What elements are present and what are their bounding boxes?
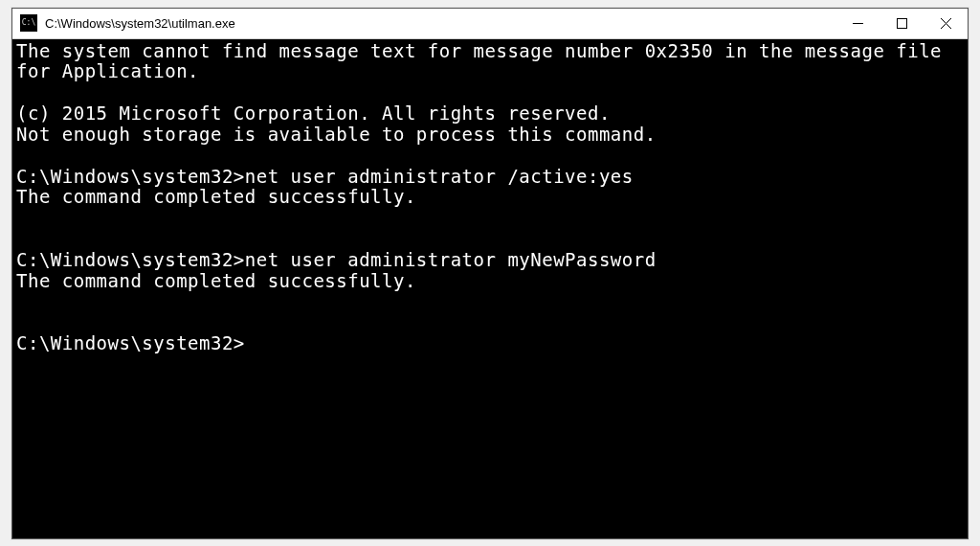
terminal-line [16,146,964,167]
maximize-button[interactable] [880,9,924,38]
terminal-line [16,208,964,229]
close-button[interactable] [924,9,968,38]
prompt-text: C:\Windows\system32> [16,332,245,353]
minimize-button[interactable] [835,9,880,38]
terminal-line: C:\Windows\system32>net user administrat… [16,167,964,188]
terminal-line: Not enough storage is available to proce… [16,125,964,146]
window-title: C:\Windows\system32\utilman.exe [45,16,835,31]
terminal-prompt-line[interactable]: C:\Windows\system32> [16,333,964,354]
minimize-icon [853,18,863,29]
window-controls [835,9,968,38]
terminal-line: The command completed successfully. [16,187,964,208]
terminal-line: The command completed successfully. [16,271,964,292]
terminal-line: The system cannot find message text for … [16,41,964,83]
command-prompt-window: C:\Windows\system32\utilman.exe The syst… [11,8,969,539]
terminal-line: C:\Windows\system32>net user administrat… [16,250,964,271]
titlebar[interactable]: C:\Windows\system32\utilman.exe [12,9,968,39]
maximize-icon [897,18,907,29]
terminal-line: (c) 2015 Microsoft Corporation. All righ… [16,103,964,125]
close-icon [941,18,951,29]
cmd-icon [20,14,37,32]
terminal-line [16,229,964,250]
terminal-output[interactable]: The system cannot find message text for … [12,39,968,538]
svg-rect-1 [897,18,906,28]
terminal-line [16,292,964,313]
terminal-line [16,312,964,333]
terminal-line [16,82,964,103]
